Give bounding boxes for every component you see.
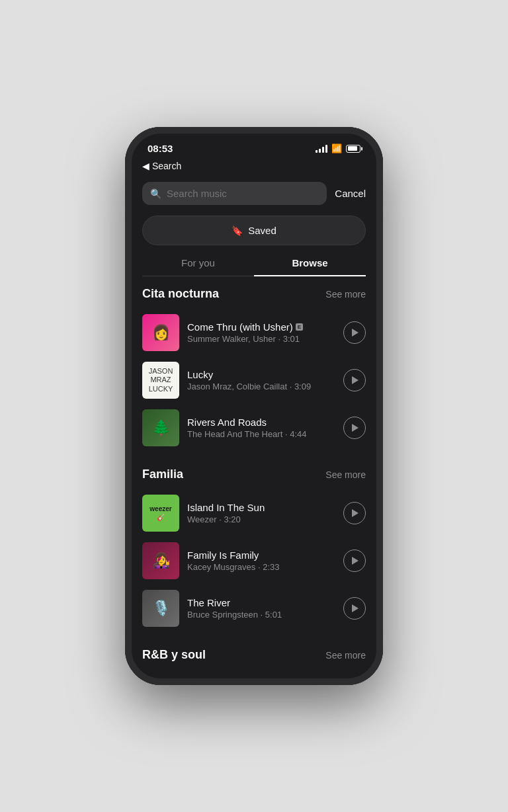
status-icons: 📶 [316, 143, 360, 153]
section-rnb-soul: R&B y soul See more 🎤 We Good Tickwanya [132, 637, 376, 669]
art-emoji-4: weezer🎸 [142, 495, 179, 532]
search-input-wrap[interactable]: 🔍 [142, 182, 327, 205]
song-title-6: The River [187, 597, 230, 608]
play-button-1[interactable] [343, 321, 366, 344]
album-art-3: 🌲 [142, 409, 179, 446]
search-bar-row: 🔍 Cancel [132, 177, 376, 210]
song-meta-3: The Head And The Heart · 4:44 [187, 429, 335, 439]
song-title-2: Lucky [187, 369, 213, 380]
song-meta-1: Summer Walker, Usher · 3:01 [187, 334, 335, 344]
song-title-4: Island In The Sun [187, 502, 265, 513]
section-header-cita-nocturna: Cita nocturna See more [132, 287, 376, 309]
tab-for-you[interactable]: For you [142, 251, 254, 276]
phone-frame: 08:53 📶 ◀ Search 🔍 [125, 127, 383, 685]
play-icon-3 [352, 424, 359, 432]
section-title-familia: Familia [142, 467, 183, 481]
play-button-4[interactable] [343, 502, 366, 524]
back-button[interactable]: ◀ Search [142, 161, 181, 171]
signal-icon [316, 145, 327, 153]
song-meta-5: Kacey Musgraves · 2:33 [187, 562, 335, 572]
song-info-1: Come Thru (with Usher) E Summer Walker, … [187, 321, 335, 344]
art-emoji-3: 🌲 [142, 409, 179, 446]
saved-label: Saved [248, 225, 276, 236]
section-title-cita-nocturna: Cita nocturna [142, 287, 219, 301]
section-familia: Familia See more weezer🎸 Island In The S… [132, 457, 376, 637]
section-cita-nocturna: Cita nocturna See more 👩 Come Thru (with… [132, 276, 376, 457]
play-button-6[interactable] [343, 597, 366, 620]
song-info-6: The River Bruce Springsteen · 5:01 [187, 597, 335, 620]
bookmark-icon: 🔖 [232, 225, 243, 236]
song-info-4: Island In The Sun Weezer · 3:20 [187, 502, 335, 524]
status-time: 08:53 [148, 143, 173, 154]
art-emoji-1: 👩 [142, 314, 179, 351]
play-button-2[interactable] [343, 369, 366, 391]
album-art-2: JASON MRAZLUCKY [142, 362, 179, 399]
play-icon-1 [352, 329, 359, 337]
song-meta-2: Jason Mraz, Colbie Caillat · 3:09 [187, 382, 335, 391]
art-emoji-6: 🎙️ [142, 590, 179, 627]
list-item[interactable]: 🎙️ The River Bruce Springsteen · 5:01 [132, 585, 376, 632]
song-title-1: Come Thru (with Usher) [187, 321, 293, 333]
album-art-5: 👩‍🎤 [142, 542, 179, 579]
search-input[interactable] [167, 188, 319, 199]
song-title-5: Family Is Family [187, 549, 259, 561]
see-more-familia[interactable]: See more [325, 469, 366, 480]
phone-screen: 08:53 📶 ◀ Search 🔍 [132, 134, 376, 678]
album-art-1: 👩 [142, 314, 179, 351]
play-button-5[interactable] [343, 549, 366, 572]
status-bar: 08:53 📶 [132, 134, 376, 158]
section-title-rnb-soul: R&B y soul [142, 648, 206, 662]
content-area: 🔍 Cancel 🔖 Saved For you Browse [132, 177, 376, 669]
search-icon: 🔍 [150, 188, 161, 199]
battery-icon [346, 145, 360, 153]
play-icon-2 [352, 376, 359, 384]
art-emoji-2: JASON MRAZLUCKY [142, 362, 179, 399]
nav-back[interactable]: ◀ Search [132, 158, 376, 177]
see-more-cita-nocturna[interactable]: See more [325, 289, 366, 300]
list-item[interactable]: JASON MRAZLUCKY Lucky Jason Mraz, Colbie… [132, 356, 376, 404]
explicit-badge-1: E [296, 323, 303, 331]
saved-button[interactable]: 🔖 Saved [142, 216, 366, 245]
art-emoji-5: 👩‍🎤 [142, 542, 179, 579]
list-item[interactable]: weezer🎸 Island In The Sun Weezer · 3:20 [132, 489, 376, 537]
song-info-3: Rivers And Roads The Head And The Heart … [187, 417, 335, 439]
song-info-2: Lucky Jason Mraz, Colbie Caillat · 3:09 [187, 369, 335, 391]
see-more-rnb-soul[interactable]: See more [325, 650, 366, 661]
tabs: For you Browse [142, 251, 366, 276]
section-header-familia: Familia See more [132, 467, 376, 489]
wifi-icon: 📶 [331, 143, 342, 153]
album-art-4: weezer🎸 [142, 495, 179, 532]
list-item[interactable]: 👩‍🎤 Family Is Family Kacey Musgraves · 2… [132, 537, 376, 585]
play-icon-5 [352, 557, 359, 565]
notch [214, 134, 294, 152]
song-meta-4: Weezer · 3:20 [187, 514, 335, 524]
album-art-6: 🎙️ [142, 590, 179, 627]
song-info-5: Family Is Family Kacey Musgraves · 2:33 [187, 549, 335, 572]
list-item[interactable]: 👩 Come Thru (with Usher) E Summer Walker… [132, 309, 376, 356]
cancel-button[interactable]: Cancel [335, 188, 366, 199]
play-icon-6 [352, 604, 359, 612]
song-title-3: Rivers And Roads [187, 417, 267, 428]
song-meta-6: Bruce Springsteen · 5:01 [187, 610, 335, 620]
section-header-rnb-soul: R&B y soul See more [132, 648, 376, 669]
tab-browse[interactable]: Browse [254, 251, 366, 276]
list-item[interactable]: 🌲 Rivers And Roads The Head And The Hear… [132, 404, 376, 452]
play-button-3[interactable] [343, 417, 366, 439]
play-icon-4 [352, 509, 359, 517]
